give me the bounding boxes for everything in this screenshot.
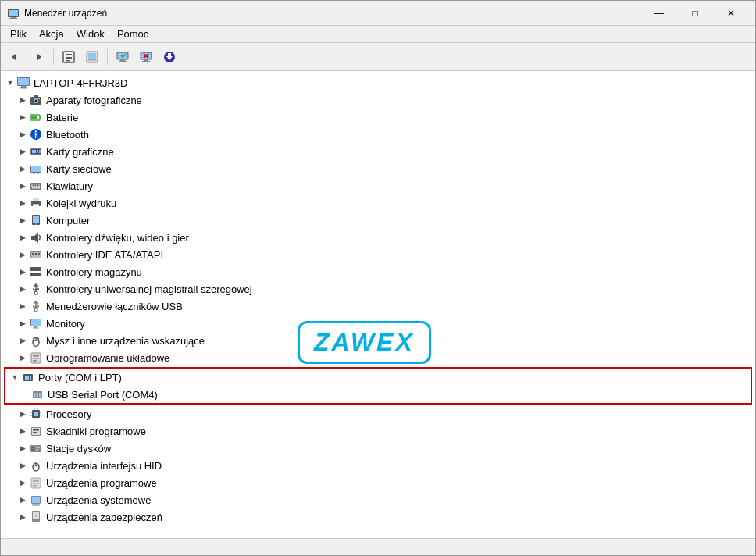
list-item[interactable]: ▶ Kontrolery IDE ATA/ATAPI — [1, 246, 755, 263]
update-driver-button[interactable] — [81, 46, 103, 68]
list-item[interactable]: ▶ Stacje dysków — [1, 440, 755, 457]
list-item[interactable]: ▶ Monitory — [1, 315, 755, 332]
expander[interactable]: ▶ — [16, 214, 29, 226]
svg-rect-14 — [120, 59, 125, 61]
maximize-button[interactable]: □ — [677, 1, 713, 26]
list-item[interactable]: ▶ Komputer — [1, 212, 755, 229]
svg-rect-79 — [31, 319, 41, 326]
forward-button[interactable] — [27, 46, 49, 68]
expander[interactable]: ▶ — [16, 128, 29, 141]
minimize-button[interactable]: — — [641, 1, 677, 26]
expander[interactable]: ▶ — [16, 317, 29, 330]
svg-rect-95 — [37, 393, 38, 397]
list-item[interactable]: ▶ Urządzenia programowe — [1, 474, 755, 491]
expander[interactable]: ▶ — [16, 442, 29, 454]
computer-icon — [16, 76, 30, 90]
svg-rect-23 — [168, 53, 171, 57]
list-item[interactable]: ▶ Kontrolery uniwersalnej magistrali sze… — [1, 280, 755, 298]
expander[interactable]: ▶ — [16, 300, 29, 312]
svg-rect-17 — [144, 59, 148, 61]
uninstall-button[interactable] — [135, 46, 157, 68]
properties-button[interactable] — [58, 46, 80, 68]
item-label: Kontrolery IDE ATA/ATAPI — [46, 249, 163, 261]
list-item[interactable]: ▶ Oprogramowanie układowe — [1, 349, 755, 366]
close-button[interactable]: ✕ — [713, 1, 749, 26]
menu-file[interactable]: Plik — [4, 27, 33, 41]
back-button[interactable] — [4, 46, 26, 68]
network-icon — [29, 162, 43, 176]
svg-point-64 — [35, 223, 37, 225]
properties-icon — [62, 50, 76, 64]
expander[interactable]: ▶ — [16, 266, 29, 278]
item-label: Kontrolery magazynu — [46, 266, 142, 278]
menu-action[interactable]: Akcja — [33, 27, 70, 41]
list-item[interactable]: ▶ Składniki programowe — [1, 422, 755, 440]
status-bar — [1, 538, 755, 555]
svg-marker-66 — [34, 233, 38, 243]
expander[interactable]: ▼ — [9, 371, 21, 383]
svg-rect-3 — [9, 18, 17, 19]
expander[interactable]: ▶ — [16, 162, 29, 175]
svg-rect-94 — [34, 393, 36, 397]
list-item[interactable]: ▶ Aparaty fotograficzne — [1, 91, 755, 109]
list-item[interactable]: ▶ Mysz i inne urządzenia wskazujące — [1, 332, 755, 349]
root-label: LAPTOP-4FFRJR3D — [34, 77, 127, 89]
list-item[interactable]: USB Serial Port (COM4) — [5, 386, 751, 403]
item-label: Urządzenia zabezpieczeń — [46, 511, 162, 523]
list-item[interactable]: ▶ Kontrolery magazynu — [1, 263, 755, 280]
scan-button[interactable] — [112, 46, 134, 68]
svg-rect-56 — [32, 187, 40, 189]
menu-view[interactable]: Widok — [70, 27, 111, 41]
list-item[interactable]: ▶ ᛒ Bluetooth — [1, 126, 755, 143]
expander[interactable]: ▶ — [16, 511, 29, 523]
expander[interactable]: ▶ — [16, 351, 29, 364]
expander[interactable]: ▶ — [16, 180, 29, 192]
svg-point-30 — [35, 100, 37, 102]
svg-rect-12 — [88, 59, 96, 61]
list-item[interactable]: ▶ Karty graficzne — [1, 143, 755, 160]
list-item[interactable]: ▶ Baterie — [1, 109, 755, 126]
list-item[interactable]: ▶ Karty sieciowe — [1, 160, 755, 177]
expander[interactable]: ▶ — [16, 283, 29, 295]
list-item[interactable]: ▶ Urządzenia interfejsu HID — [1, 457, 755, 474]
tree-root[interactable]: ▼ LAPTOP-4FFRJR3D — [1, 74, 755, 91]
item-label: Kontrolery dźwięku, wideo i gier — [46, 232, 189, 244]
expander[interactable]: ▶ — [16, 145, 29, 158]
list-item[interactable]: ▶ Kontrolery dźwięku, wideo i gier — [1, 229, 755, 246]
svg-rect-18 — [142, 61, 150, 62]
svg-rect-109 — [33, 429, 39, 431]
list-item[interactable]: ▶ — [1, 405, 755, 422]
expander[interactable]: ▶ — [16, 111, 29, 123]
root-expander[interactable]: ▼ — [4, 77, 16, 89]
svg-rect-88 — [33, 360, 37, 362]
expander[interactable]: ▶ — [16, 94, 29, 106]
expander[interactable]: ▶ — [16, 459, 29, 472]
svg-rect-90 — [25, 376, 27, 380]
expander[interactable]: ▶ — [16, 425, 29, 437]
toolbar-sep-1 — [53, 49, 54, 65]
expander[interactable]: ▶ — [16, 231, 29, 244]
expander[interactable]: ▶ — [16, 197, 29, 209]
list-item[interactable]: ▶ Urządzenia zabezpieczeń — [1, 508, 755, 526]
list-item[interactable]: ▼ Porty (COM i LPT) — [5, 369, 751, 386]
list-item[interactable]: ▶ — [1, 177, 755, 194]
list-item[interactable]: ▶ Kolejki wydruku — [1, 194, 755, 212]
rollback-button[interactable] — [159, 46, 180, 68]
svg-rect-102 — [40, 415, 41, 416]
menu-help[interactable]: Pomoc — [111, 27, 155, 41]
svg-rect-60 — [33, 205, 39, 207]
expander[interactable]: ▶ — [16, 334, 29, 347]
print-queue-icon — [29, 196, 43, 210]
expander[interactable]: ▶ — [16, 476, 29, 489]
processor-icon — [29, 407, 43, 421]
expander[interactable]: ▶ — [16, 408, 29, 420]
list-item[interactable]: ▶ Urządzenia systemowe — [1, 491, 755, 508]
list-item[interactable]: ▶ Menedżerowie łączników USB — [1, 298, 755, 315]
svg-rect-101 — [40, 412, 41, 413]
expander[interactable]: ▶ — [16, 248, 29, 261]
disk-station-icon — [29, 441, 43, 455]
device-tree[interactable]: ▼ LAPTOP-4FFRJR3D ▶ — [1, 71, 755, 538]
item-label: Monitory — [46, 318, 85, 330]
expander[interactable]: ▶ — [16, 494, 29, 506]
hid-icon — [29, 458, 43, 472]
